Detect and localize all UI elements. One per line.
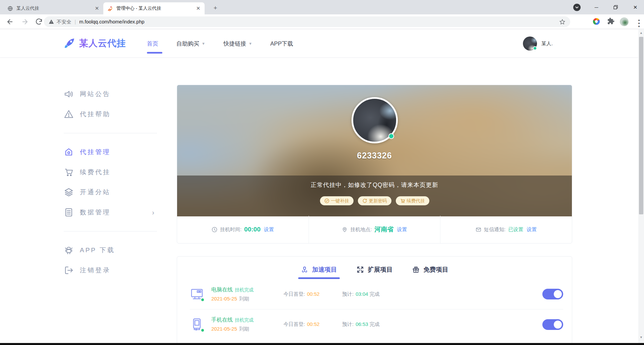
sidebar-item-substation[interactable]: 开通分站 (64, 182, 157, 202)
renew-button[interactable]: 续费代挂 (396, 196, 429, 205)
profile-card: 正常代挂中，如修改了QQ密码，请来本页更新 一键补挂 更新密码 续费代挂 (177, 85, 572, 244)
stat-hang-location: 挂机地点: 河南省 设置 (309, 216, 440, 243)
sidebar-item-announcements[interactable]: 网站公告 (64, 84, 157, 104)
site-logo[interactable]: 某人云代挂 (63, 37, 126, 50)
sms-icon (476, 227, 481, 232)
refresh-icon[interactable] (35, 18, 43, 26)
security-label: 不安全 (57, 19, 71, 25)
layers-icon (64, 187, 74, 197)
nav-item-links[interactable]: 快捷链接▼ (223, 40, 252, 48)
clock-icon (212, 227, 217, 232)
project-row-mobile: 手机在线挂机完成 2021-05-25到期 今日首登:00:52 预计:06:5… (190, 309, 563, 339)
window-close-button[interactable]: ✕ (628, 0, 643, 14)
row-title: 手机在线 (211, 317, 233, 323)
header-user[interactable]: 某人. (523, 37, 553, 51)
online-dot (388, 133, 394, 139)
main-nav: 首页 自助购买▼ 快捷链接▼ APP下载 (147, 29, 311, 58)
browser-tab-1[interactable]: 某人云代挂 ✕ (3, 2, 103, 14)
globe-icon (7, 6, 13, 11)
refresh-icon (362, 198, 367, 203)
first-login-value: 00:52 (307, 291, 320, 297)
bookmark-star-icon[interactable] (559, 19, 566, 25)
row-toggle-switch[interactable] (542, 289, 563, 299)
page-scrollbar[interactable]: ▲ ▼ (638, 29, 644, 343)
sidebar-item-manage[interactable]: 代挂管理 (64, 142, 157, 162)
hang-time-settings-link[interactable]: 设置 (264, 226, 274, 233)
eta-value: 06:53 (356, 321, 368, 327)
browser-titlebar: 某人云代挂 ✕ 管理中心 - 某人云代挂 ✕ + ─ ✕ (0, 0, 644, 14)
eta-group: 预计:06:53完成 (342, 321, 380, 328)
qq-number: 6233326 (177, 151, 572, 160)
nav-active-underline (147, 52, 162, 54)
brand-name: 某人云代挂 (79, 37, 126, 49)
tab-close-icon[interactable]: ✕ (195, 5, 201, 11)
url-bar[interactable]: 不安全 | m.foolqq.com/home/index.php (44, 16, 570, 27)
main-content: 正常代挂中，如修改了QQ密码，请来本页更新 一键补挂 更新密码 续费代挂 (177, 85, 572, 343)
tab-accelerated-projects[interactable]: 加速项目 (301, 265, 337, 279)
accel-icon (301, 266, 308, 273)
sidebar-item-data[interactable]: 数据管理 › (64, 202, 157, 222)
row-title: 电脑在线 (211, 287, 233, 292)
browser-status-button[interactable] (571, 0, 583, 14)
project-row-desktop: 电脑在线挂机完成 2021-05-25到期 今日首登:00:52 预计:03:0… (190, 279, 563, 309)
nav-item-buy[interactable]: 自助购买▼ (176, 40, 205, 48)
sms-notice-value: 已设置 (508, 226, 523, 233)
window-maximize-button[interactable] (609, 0, 622, 14)
sidebar-divider (64, 133, 157, 133)
scroll-up-icon[interactable]: ▲ (638, 30, 644, 36)
update-password-button[interactable]: 更新密码 (358, 196, 391, 205)
gift-icon (412, 266, 420, 273)
online-dot (201, 298, 205, 302)
sidebar-item-renew[interactable]: 续费代挂 (64, 162, 157, 182)
hang-time-value: 00:00 (244, 226, 261, 233)
scroll-down-icon[interactable]: ▼ (638, 335, 644, 340)
chrome-colors-icon[interactable] (592, 17, 601, 26)
back-icon[interactable] (6, 18, 14, 26)
tab-close-icon[interactable]: ✕ (94, 5, 100, 11)
forward-icon[interactable] (21, 18, 29, 26)
row-status: 挂机完成 (235, 287, 254, 292)
android-icon (64, 245, 74, 255)
rocket-logo-icon (63, 37, 76, 50)
sidebar-item-logout[interactable]: 注销登录 (64, 260, 157, 280)
sidebar: 网站公告 代挂帮助 代挂管理 续费代挂 开通分站 (64, 84, 157, 280)
browser-menu-icon[interactable]: ••• (635, 19, 643, 27)
tab-extended-projects[interactable]: 扩展项目 (357, 265, 393, 279)
banner-actions: 一键补挂 更新密码 续费代挂 (177, 196, 572, 205)
browser-tab-2-active[interactable]: 管理中心 - 某人云代挂 ✕ (103, 2, 205, 14)
project-tabs: 加速项目 扩展项目 免费项目 (177, 257, 572, 279)
sms-settings-link[interactable]: 设置 (527, 226, 537, 233)
not-secure-icon (49, 19, 54, 24)
online-dot (201, 328, 205, 332)
expand-icon (357, 266, 364, 273)
hang-location-value: 河南省 (375, 225, 394, 234)
stats-row: 挂机时间: 00:00 设置 挂机地点: 河南省 设置 短信通知: (177, 216, 572, 243)
document-icon (64, 207, 74, 217)
sidebar-divider (64, 231, 157, 231)
hang-location-settings-link[interactable]: 设置 (397, 226, 407, 233)
speaker-icon (64, 89, 74, 99)
row-toggle-switch[interactable] (542, 319, 563, 330)
cart-icon (400, 198, 405, 203)
eta-value: 03:04 (356, 291, 368, 297)
window-minimize-button[interactable]: ─ (590, 0, 603, 14)
expire-date: 2021-05-25 (211, 296, 237, 301)
first-login-group: 今日首登:00:52 (283, 291, 342, 297)
chevron-down-icon: ▼ (202, 42, 205, 46)
tab-title: 管理中心 - 某人云代挂 (116, 5, 193, 11)
extensions-puzzle-icon[interactable] (607, 17, 616, 26)
nav-item-home[interactable]: 首页 (147, 40, 158, 48)
tab-free-projects[interactable]: 免费项目 (412, 265, 448, 279)
rehang-button[interactable]: 一键补挂 (320, 196, 354, 205)
sidebar-item-help[interactable]: 代挂帮助 (64, 104, 157, 124)
page-content: 某人云代挂 首页 自助购买▼ 快捷链接▼ APP下载 某人. 网站公告 代挂帮助 (0, 29, 638, 343)
online-dot (533, 46, 537, 50)
qq-avatar (352, 97, 398, 143)
new-tab-button[interactable]: + (211, 4, 220, 13)
browser-profile-avatar[interactable] (620, 17, 629, 26)
sidebar-item-app-download[interactable]: APP 下载 (64, 240, 157, 260)
scrollbar-thumb[interactable] (639, 37, 643, 214)
nav-item-app-download[interactable]: APP下载 (270, 40, 293, 48)
chevron-down-icon: ▼ (249, 42, 252, 46)
stat-sms-notice: 短信通知: 已设置 设置 (440, 216, 572, 243)
